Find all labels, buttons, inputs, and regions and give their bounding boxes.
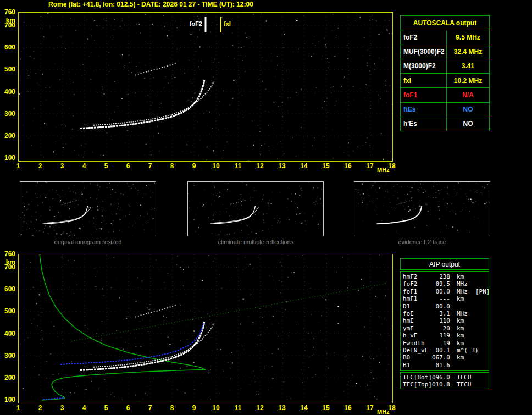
- noise-dot: [239, 309, 240, 309]
- noise-dot: [313, 187, 314, 188]
- noise-dot: [407, 187, 407, 187]
- noise-dot: [48, 264, 48, 264]
- noise-dot: [279, 218, 280, 219]
- x-tick-6: 6: [121, 162, 135, 170]
- noise-dot: [359, 88, 360, 88]
- noise-dot: [75, 383, 76, 383]
- noise-dot: [318, 322, 319, 323]
- noise-dot: [29, 75, 29, 76]
- noise-dot: [91, 30, 92, 30]
- noise-dot: [435, 182, 435, 183]
- noise-dot: [482, 195, 483, 195]
- noise-dot: [454, 189, 455, 190]
- noise-dot: [440, 190, 440, 191]
- noise-dot: [226, 208, 227, 209]
- noise-dot: [224, 62, 224, 62]
- noise-dot: [401, 186, 401, 187]
- noise-dot: [60, 139, 61, 139]
- noise-dot: [62, 257, 63, 258]
- bottom-plot-x-unit: MHz: [377, 408, 390, 415]
- noise-dot: [217, 212, 217, 213]
- noise-dot: [353, 86, 353, 87]
- noise-dot: [389, 20, 390, 21]
- noise-dot: [110, 394, 111, 395]
- aip-unit: MHz: [452, 288, 475, 295]
- noise-dot: [65, 126, 66, 126]
- noise-dot: [452, 226, 453, 228]
- noise-dot: [303, 329, 304, 329]
- noise-dot: [381, 220, 382, 221]
- aip-val: 00.1: [431, 347, 452, 354]
- noise-dot: [260, 334, 261, 335]
- noise-dot: [426, 191, 427, 191]
- noise-dot: [439, 193, 440, 193]
- noise-dot: [191, 101, 192, 102]
- noise-dot: [327, 58, 328, 59]
- noise-dot: [300, 77, 300, 78]
- noise-dot: [295, 333, 295, 334]
- noise-dot: [66, 211, 66, 211]
- noise-dot: [165, 287, 165, 288]
- noise-dot: [102, 289, 103, 290]
- noise-dot: [314, 54, 314, 54]
- noise-dot: [313, 189, 313, 190]
- noise-dot: [46, 300, 46, 301]
- bottom-ionogram-canvas: [19, 254, 392, 403]
- noise-dot: [393, 195, 394, 196]
- noise-dot: [21, 217, 21, 218]
- y-tick-400: 400: [0, 330, 15, 337]
- noise-dot: [145, 154, 145, 155]
- noise-dot: [197, 207, 198, 208]
- y-tick-600: 600: [0, 43, 15, 51]
- noise-dot: [176, 264, 177, 265]
- noise-dot: [91, 381, 92, 382]
- noise-dot: [127, 130, 128, 131]
- noise-dot: [74, 150, 75, 151]
- noise-dot: [361, 190, 362, 190]
- noise-dot: [197, 37, 198, 38]
- noise-dot: [372, 19, 373, 20]
- noise-dot: [65, 392, 65, 392]
- noise-dot: [224, 213, 224, 213]
- noise-dot: [149, 366, 149, 367]
- noise-dot: [84, 306, 85, 306]
- noise-dot: [158, 328, 159, 328]
- aip-name: TEC[Bot]: [403, 374, 431, 381]
- noise-dot: [223, 204, 223, 204]
- noise-dot: [282, 364, 283, 364]
- noise-dot: [277, 159, 278, 159]
- noise-dot: [97, 272, 97, 272]
- noise-dot: [187, 339, 188, 340]
- aip-val: 067.0: [431, 354, 452, 361]
- noise-dot: [372, 15, 372, 15]
- noise-dot: [213, 215, 214, 216]
- noise-dot: [180, 368, 181, 369]
- noise-dot: [30, 320, 31, 320]
- noise-dot: [123, 348, 124, 350]
- noise-dot: [127, 184, 128, 184]
- noise-dot: [227, 225, 228, 226]
- noise-dot: [419, 187, 419, 188]
- noise-dot: [265, 307, 266, 307]
- noise-dot: [255, 214, 256, 215]
- noise-dot: [483, 187, 483, 187]
- noise-dot: [219, 192, 220, 193]
- noise-dot: [392, 104, 392, 105]
- noise-dot: [114, 81, 115, 82]
- noise-dot: [369, 56, 370, 56]
- noise-dot: [204, 113, 204, 113]
- noise-dot: [296, 214, 297, 215]
- noise-dot: [356, 306, 357, 307]
- noise-dot: [116, 330, 117, 331]
- aip-row-ymE: ymE20km: [403, 325, 489, 332]
- noise-dot: [23, 264, 23, 265]
- noise-dot: [362, 201, 363, 201]
- F2-trace-O-polyline: [377, 206, 422, 224]
- noise-dot: [458, 182, 459, 184]
- noise-dot: [237, 214, 238, 215]
- noise-dot: [95, 268, 95, 269]
- noise-dot: [440, 232, 440, 233]
- autoscala-param-label: M(3000)F2: [401, 59, 447, 73]
- noise-dot: [375, 190, 376, 190]
- noise-dot: [464, 203, 464, 204]
